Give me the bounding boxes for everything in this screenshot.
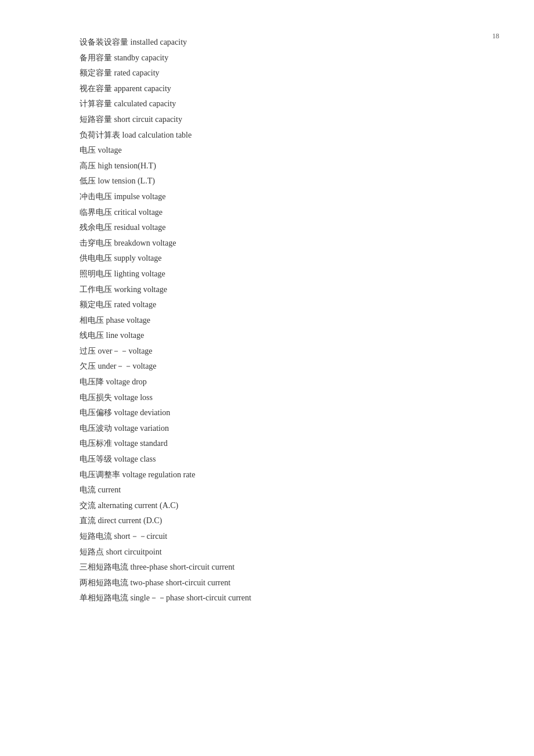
list-item: 残余电压 residual voltage xyxy=(80,220,454,236)
list-item: 额定电压 rated voltage xyxy=(80,297,454,313)
list-item: 短路电流 short－－circuit xyxy=(80,529,454,545)
list-item: 额定容量 rated capacity xyxy=(80,66,454,81)
list-item: 相电压 phase voltage xyxy=(80,313,454,329)
list-item: 两相短路电流 two-phase short-circuit current xyxy=(80,575,454,591)
list-item: 线电压 line voltage xyxy=(80,328,454,344)
list-item: 单相短路电流 single－－phase short-circuit curre… xyxy=(80,591,454,606)
list-item: 电压波动 voltage variation xyxy=(80,421,454,437)
list-item: 欠压 under－－voltage xyxy=(80,359,454,375)
list-item: 电压 voltage xyxy=(80,143,454,159)
list-item: 照明电压 lighting voltage xyxy=(80,267,454,282)
list-item: 电流 current xyxy=(80,483,454,498)
list-item: 高压 high tension(H.T) xyxy=(80,159,454,174)
list-item: 设备装设容量 installed capacity xyxy=(80,35,454,51)
list-item: 视在容量 apparent capacity xyxy=(80,81,454,97)
list-item: 电压等级 voltage class xyxy=(80,452,454,467)
list-item: 电压标准 voltage standard xyxy=(80,436,454,452)
list-item: 低压 low tension (L.T) xyxy=(80,174,454,189)
list-item: 供电电压 supply voltage xyxy=(80,251,454,267)
page-marker: 18 xyxy=(492,32,499,41)
list-item: 击穿电压 breakdown voltage xyxy=(80,236,454,251)
list-item: 冲击电压 impulse voltage xyxy=(80,189,454,205)
list-item: 电压偏移 voltage deviation xyxy=(80,405,454,421)
list-item: 直流 direct current (D.C) xyxy=(80,513,454,529)
list-item: 短路点 short circuitpoint xyxy=(80,545,454,560)
list-item: 备用容量 standby capacity xyxy=(80,51,454,66)
list-item: 负荷计算表 load calculation table xyxy=(80,128,454,143)
list-item: 三相短路电流 three-phase short-circuit current xyxy=(80,560,454,575)
term-list: 设备装设容量 installed capacity备用容量 standby ca… xyxy=(80,35,454,606)
list-item: 工作电压 working voltage xyxy=(80,282,454,298)
list-item: 电压降 voltage drop xyxy=(80,375,454,390)
list-item: 短路容量 short circuit capacity xyxy=(80,112,454,128)
list-item: 电压调整率 voltage regulation rate xyxy=(80,467,454,483)
list-item: 临界电压 critical voltage xyxy=(80,205,454,221)
list-item: 交流 alternating current (A.C) xyxy=(80,498,454,514)
list-item: 计算容量 calculated capacity xyxy=(80,96,454,112)
list-item: 过压 over－－voltage xyxy=(80,344,454,359)
list-item: 电压损失 voltage loss xyxy=(80,390,454,406)
